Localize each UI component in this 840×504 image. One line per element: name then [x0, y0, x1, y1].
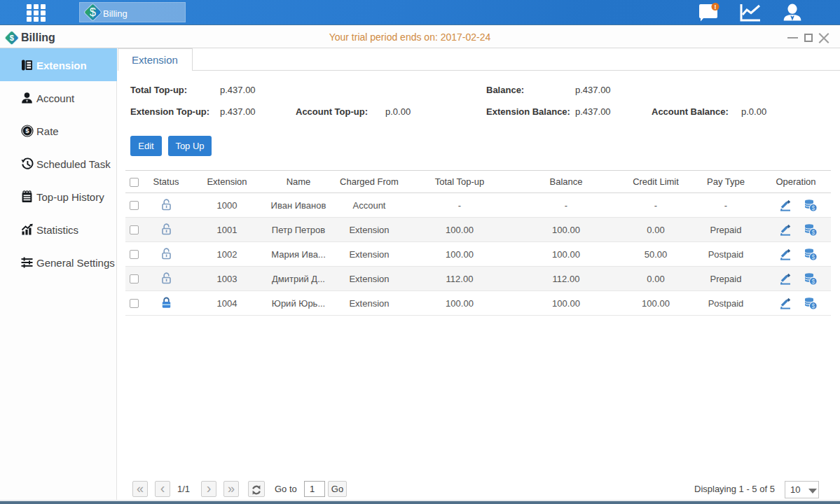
svg-text:$: $: [811, 253, 815, 260]
svg-text:$: $: [811, 229, 815, 236]
svg-text:$: $: [811, 278, 815, 285]
svg-text:!: !: [715, 4, 717, 10]
svg-text:$: $: [25, 127, 29, 134]
svg-text:$: $: [811, 204, 815, 211]
svg-text:$: $: [811, 302, 815, 309]
